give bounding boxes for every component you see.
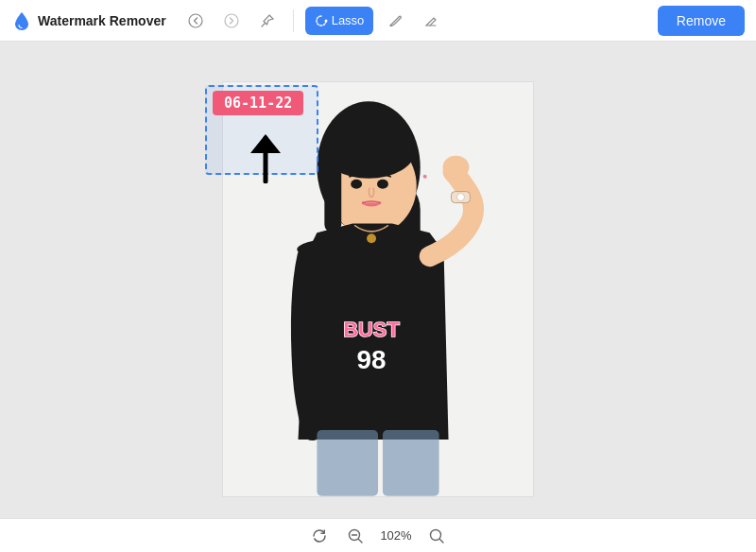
svg-point-17 <box>456 194 464 201</box>
eraser-button[interactable] <box>417 7 445 35</box>
svg-text:98: 98 <box>357 345 387 374</box>
app-title: Watermark Remover <box>38 13 166 28</box>
arrow-annotation <box>245 127 286 189</box>
svg-text:BUST: BUST <box>343 318 400 341</box>
pen-icon <box>387 13 403 28</box>
svg-rect-19 <box>317 430 378 496</box>
back-button[interactable] <box>181 7 210 35</box>
zoom-out-button[interactable] <box>344 525 367 547</box>
app-logo: Watermark Remover <box>11 10 166 31</box>
svg-rect-20 <box>383 430 439 496</box>
canvas-area: 06-11-22 <box>0 42 756 537</box>
watermark-badge: 06-11-22 <box>213 91 303 115</box>
svg-point-22 <box>430 529 440 540</box>
back-icon <box>188 13 203 28</box>
pen-button[interactable] <box>381 7 409 35</box>
toolbar-divider <box>293 9 294 32</box>
image-container: 06-11-22 <box>222 81 534 497</box>
app-logo-icon <box>11 10 32 31</box>
svg-point-1 <box>225 14 238 27</box>
svg-point-18 <box>423 175 427 179</box>
pin-button[interactable] <box>253 7 282 35</box>
svg-point-11 <box>377 180 388 189</box>
zoom-in-icon <box>428 527 445 544</box>
lasso-label: Lasso <box>332 13 365 27</box>
forward-icon <box>224 13 239 28</box>
forward-button[interactable] <box>217 7 246 35</box>
svg-rect-9 <box>324 153 341 233</box>
lasso-button[interactable]: Lasso <box>305 7 374 35</box>
reset-button[interactable] <box>308 525 331 547</box>
zoom-in-button[interactable] <box>425 525 448 547</box>
svg-point-12 <box>443 156 470 179</box>
eraser-icon <box>423 13 438 28</box>
arrow-icon <box>245 127 286 183</box>
lasso-icon <box>315 14 328 27</box>
reset-icon <box>311 527 328 544</box>
remove-button[interactable]: Remove <box>658 6 745 36</box>
svg-point-10 <box>351 180 362 189</box>
svg-point-0 <box>189 14 202 27</box>
svg-point-13 <box>367 233 376 243</box>
status-bar: 102% <box>0 518 756 552</box>
zoom-level: 102% <box>380 528 411 543</box>
zoom-icon <box>347 527 364 544</box>
svg-point-2 <box>324 19 327 22</box>
toolbar: Watermark Remover Lasso <box>0 0 756 42</box>
pin-icon <box>260 13 275 28</box>
